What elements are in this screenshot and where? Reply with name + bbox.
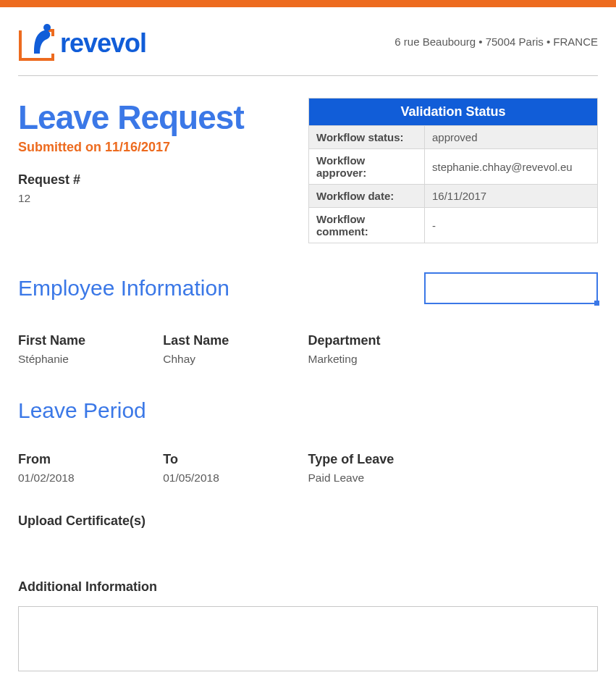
workflow-approver-label: Workflow approver: — [309, 149, 425, 185]
validation-status-table: Validation Status Workflow status: appro… — [308, 98, 598, 243]
leave-fields-row: From 01/02/2018 To 01/05/2018 Type of Le… — [18, 452, 598, 485]
last-name-field: Last Name Chhay — [163, 333, 308, 366]
to-value: 01/05/2018 — [163, 471, 308, 485]
title-block: Leave Request Submitted on 11/16/2017 Re… — [18, 98, 294, 243]
first-name-value: Stéphanie — [18, 353, 163, 366]
selection-box[interactable] — [424, 272, 598, 304]
top-accent-bar — [0, 0, 616, 7]
submitted-date: Submitted on 11/16/2017 — [18, 140, 294, 155]
workflow-date-label: Workflow date: — [309, 185, 425, 208]
leave-section-title: Leave Period — [18, 398, 598, 423]
workflow-date-value: 16/11/2017 — [425, 185, 598, 208]
validation-status-header: Validation Status — [309, 98, 598, 126]
department-value: Marketing — [308, 353, 575, 366]
workflow-comment-value: - — [425, 208, 598, 243]
workflow-status-label: Workflow status: — [309, 126, 425, 149]
type-value: Paid Leave — [308, 471, 575, 485]
from-field: From 01/02/2018 — [18, 452, 163, 485]
svg-point-0 — [43, 24, 51, 31]
from-label: From — [18, 452, 163, 467]
request-number-label: Request # — [18, 172, 294, 188]
logo: revevol — [18, 20, 177, 62]
from-value: 01/02/2018 — [18, 471, 163, 485]
last-name-value: Chhay — [163, 353, 308, 366]
department-field: Department Marketing — [308, 333, 575, 366]
additional-info-label: Additional Information — [18, 579, 598, 595]
employee-section-title: Employee Information — [18, 276, 229, 301]
page-title: Leave Request — [18, 98, 294, 137]
workflow-status-value: approved — [425, 126, 598, 149]
page-container: revevol 6 rue Beaubourg • 75004 Paris • … — [0, 7, 616, 696]
table-row: Workflow date: 16/11/2017 — [309, 185, 598, 208]
additional-info-textarea[interactable] — [18, 606, 598, 671]
type-field: Type of Leave Paid Leave — [308, 452, 575, 485]
table-row: Workflow comment: - — [309, 208, 598, 243]
svg-text:revevol: revevol — [60, 28, 146, 58]
selection-handle-icon[interactable] — [594, 301, 599, 306]
workflow-comment-label: Workflow comment: — [309, 208, 425, 243]
table-row: Workflow approver: stephanie.chhay@revev… — [309, 149, 598, 185]
employee-fields-row: First Name Stéphanie Last Name Chhay Dep… — [18, 333, 598, 366]
request-number-value: 12 — [18, 192, 294, 205]
upload-certificate-label: Upload Certificate(s) — [18, 513, 598, 529]
type-label: Type of Leave — [308, 452, 575, 467]
title-and-status-row: Leave Request Submitted on 11/16/2017 Re… — [18, 98, 598, 243]
revevol-logo-icon: revevol — [18, 20, 177, 62]
employee-section-row: Employee Information — [18, 272, 598, 304]
to-label: To — [163, 452, 308, 467]
page-header: revevol 6 rue Beaubourg • 75004 Paris • … — [18, 7, 598, 76]
to-field: To 01/05/2018 — [163, 452, 308, 485]
last-name-label: Last Name — [163, 333, 308, 348]
workflow-approver-value: stephanie.chhay@revevol.eu — [425, 149, 598, 185]
request-number-block: Request # 12 — [18, 172, 294, 205]
first-name-label: First Name — [18, 333, 163, 348]
first-name-field: First Name Stéphanie — [18, 333, 163, 366]
department-label: Department — [308, 333, 575, 348]
table-row: Workflow status: approved — [309, 126, 598, 149]
company-address: 6 rue Beaubourg • 75004 Paris • FRANCE — [395, 35, 598, 48]
